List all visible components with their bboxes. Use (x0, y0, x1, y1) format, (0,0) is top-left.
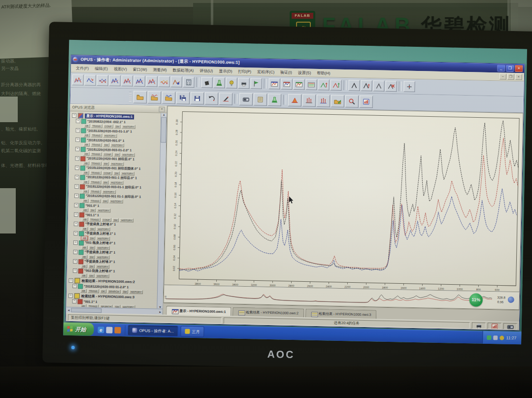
axes-swap-2-icon[interactable] (330, 79, 341, 90)
spectrum-window-icon[interactable] (268, 78, 280, 89)
data-block-chip[interactable]: AB (81, 236, 88, 240)
save-icon[interactable] (191, 92, 204, 104)
green-flag-icon[interactable] (250, 78, 262, 89)
menu-item[interactable]: 帮助(H) (314, 69, 333, 76)
tree-file-item[interactable]: −"手提袋身上封堵.1" 1ABSMHISTORY (73, 231, 158, 241)
data-block-chip[interactable]: HISTORY (97, 208, 110, 213)
data-block-chip[interactable]: HISTORY (109, 199, 123, 204)
peak-lines-icon[interactable] (302, 94, 316, 107)
menu-item[interactable]: 视图(V) (111, 66, 130, 72)
data-block-chip[interactable]: AB (82, 199, 89, 202)
network-icon[interactable] (487, 335, 492, 339)
tree-expand-icon[interactable]: − (73, 240, 78, 245)
data-block-chip[interactable]: SM (101, 199, 108, 203)
data-block-chip[interactable]: TRANS (90, 190, 101, 194)
overlay-spectra-icon[interactable] (109, 75, 120, 86)
tree-expand-icon[interactable]: − (75, 175, 79, 179)
data-block-chip[interactable]: CONF (103, 124, 113, 128)
data-block-chip[interactable]: SM (102, 162, 109, 166)
menu-item[interactable]: 文件(F) (73, 65, 92, 71)
mdi-close-icon[interactable]: × (515, 74, 522, 80)
data-block-chip[interactable]: HISTORY (120, 218, 133, 223)
hand-spectrum-icon[interactable] (170, 76, 182, 87)
paint-bucket-icon[interactable] (201, 77, 212, 88)
data-block-chip[interactable]: HISTORY (102, 190, 116, 194)
media-icon[interactable] (114, 327, 121, 333)
data-block-chip[interactable]: CONF (102, 152, 112, 156)
integrate-icon[interactable] (288, 94, 301, 106)
tree-expand-icon[interactable]: − (75, 166, 79, 170)
close-button[interactable]: × (515, 65, 523, 72)
menu-item[interactable]: 评估(U) (197, 67, 216, 74)
mdi-minimize-icon[interactable]: − (499, 73, 506, 79)
menu-item[interactable]: 打印(P) (235, 68, 254, 75)
data-block-chip[interactable]: CONF (101, 218, 111, 222)
data-block-chip[interactable]: HISTORY (96, 265, 109, 269)
copier-icon[interactable] (238, 78, 249, 89)
menu-item[interactable]: 验证(I) (277, 69, 295, 76)
data-block-chip[interactable]: HISTORY (96, 274, 109, 278)
data-block-chip[interactable]: TRANS (88, 289, 99, 293)
noise-spectrum-icon[interactable] (158, 76, 169, 87)
volume-icon[interactable] (494, 335, 498, 340)
data-block-chip[interactable]: OK (100, 289, 106, 293)
data-block-chip[interactable]: SM (89, 208, 96, 212)
tree-expand-icon[interactable]: − (75, 128, 80, 133)
flask-measure-icon[interactable] (268, 93, 281, 106)
search-library-icon[interactable] (345, 95, 359, 108)
data-block-chip[interactable]: SM (88, 265, 95, 268)
tree-file-item[interactable]: −"20181220@020-001 丝印后.0" 1ABTRANSSMHIST… (75, 156, 160, 166)
data-block-chip[interactable]: SM (122, 290, 129, 294)
data-block-chip[interactable]: HISTORY (103, 133, 117, 138)
tree-file-item[interactable]: −"20181220@020-001 丝印后固体.0" 1ABTRANSCONF… (75, 166, 160, 176)
lightbulb-icon[interactable] (226, 77, 237, 88)
clock[interactable]: 11:27 (506, 335, 517, 340)
crosshair-icon[interactable] (403, 81, 415, 92)
spectrum-window-3-icon[interactable] (293, 79, 304, 90)
tree-expand-icon[interactable]: − (72, 113, 76, 118)
tree-file-item[interactable]: −"20181220@020-001 01-1 丝印后.0" 1ABTRANSS… (74, 194, 159, 204)
menu-item[interactable]: 设置(S) (295, 69, 314, 76)
data-block-chip[interactable]: HISTORY (122, 125, 135, 129)
table-window-icon[interactable] (305, 79, 317, 90)
ie-icon[interactable]: e (98, 327, 104, 333)
peak-pick-small-icon[interactable] (373, 80, 384, 91)
data-block-chip[interactable]: AB (82, 208, 88, 212)
menu-item[interactable]: 数据处理(A) (169, 66, 197, 73)
annotate-print-icon[interactable] (219, 92, 233, 105)
data-block-chip[interactable]: HISTORY (96, 255, 110, 260)
data-block-chip[interactable]: HISTORY (121, 171, 134, 176)
tree-file-item[interactable]: −"手提袋身上封堵.0" 1ABSMHISTORY (73, 222, 158, 232)
tree-file-item[interactable]: −"20181220@020-003 01-2.0" 1ABTRANSOKSEA… (72, 284, 157, 294)
open-file-icon[interactable] (133, 91, 147, 103)
data-block-chip[interactable]: AB (82, 180, 89, 184)
taskbar-button[interactable]: OPUS - 操作者: A... (128, 325, 178, 336)
show-desktop-icon[interactable] (106, 327, 112, 333)
data-block-chip[interactable]: SM (113, 153, 120, 157)
open-special-icon[interactable] (162, 91, 175, 104)
peak-lines-2-icon[interactable] (317, 94, 330, 107)
delete-spectrum-icon[interactable] (385, 81, 397, 92)
ime-icon[interactable] (500, 335, 504, 340)
tree-file-item[interactable]: −"002-刮身上封堵.0" 1ABSMHISTORY (73, 268, 158, 279)
menu-item[interactable]: 窗口(W) (130, 66, 150, 73)
data-block-chip[interactable]: AB (83, 170, 89, 174)
tree-expand-icon[interactable]: − (74, 184, 79, 189)
data-block-chip[interactable]: TRANS (89, 199, 100, 203)
tree-file-item[interactable]: −"手提袋身上封堵.3" 1ABSMHISTORY (73, 259, 158, 269)
tree-expand-icon[interactable]: − (68, 278, 73, 283)
tree-file-item[interactable]: −"20181220@020-001.0" 1ABTRANSSMHISTORY (75, 137, 160, 148)
split-view-icon[interactable] (133, 75, 145, 86)
data-block-chip[interactable]: TRANS (90, 152, 101, 156)
menu-item[interactable]: 测量(M) (150, 66, 169, 73)
data-block-chip[interactable]: SM (88, 246, 95, 250)
data-block-chip[interactable]: AB (81, 273, 87, 277)
data-block-chip[interactable]: TRANS (91, 143, 102, 147)
tree-expand-icon[interactable]: − (75, 137, 80, 142)
data-block-chip[interactable]: TRANS (90, 180, 101, 184)
undo-icon[interactable] (205, 92, 218, 105)
data-block-chip[interactable]: AB (81, 264, 87, 268)
folder-check-icon[interactable] (331, 95, 344, 107)
data-block-chip[interactable]: SM (103, 143, 110, 147)
data-block-chip[interactable]: HISTORY (129, 290, 143, 294)
